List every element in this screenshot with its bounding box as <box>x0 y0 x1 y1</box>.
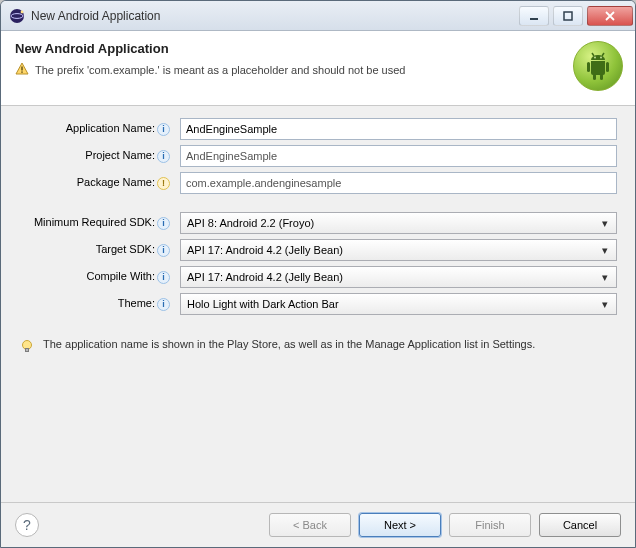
eclipse-icon <box>9 8 25 24</box>
chevron-down-icon: ▾ <box>597 298 612 311</box>
cancel-button[interactable]: Cancel <box>539 513 621 537</box>
info-icon: i <box>157 298 170 311</box>
svg-point-14 <box>600 57 602 59</box>
min-sdk-combo[interactable]: API 8: Android 2.2 (Froyo)▾ <box>180 212 617 234</box>
svg-rect-3 <box>530 18 538 20</box>
label-target-sdk: Target SDK:i <box>19 243 174 257</box>
project-name-input[interactable] <box>180 145 617 167</box>
dialog-window: New Android Application New Android Appl… <box>0 0 636 548</box>
row-theme: Theme:i Holo Light with Dark Action Bar▾ <box>19 293 617 315</box>
info-icon: i <box>157 244 170 257</box>
banner: New Android Application The prefix 'com.… <box>1 31 635 106</box>
close-button[interactable] <box>587 6 633 26</box>
compile-with-combo[interactable]: API 17: Android 4.2 (Jelly Bean)▾ <box>180 266 617 288</box>
finish-button[interactable]: Finish <box>449 513 531 537</box>
row-app-name: Application Name:i <box>19 118 617 140</box>
target-sdk-combo[interactable]: API 17: Android 4.2 (Jelly Bean)▾ <box>180 239 617 261</box>
svg-rect-7 <box>587 62 590 72</box>
maximize-button[interactable] <box>553 6 583 26</box>
row-compile-with: Compile With:i API 17: Android 4.2 (Jell… <box>19 266 617 288</box>
window-title: New Android Application <box>31 9 515 23</box>
chevron-down-icon: ▾ <box>597 244 612 257</box>
android-icon <box>573 41 623 91</box>
svg-line-12 <box>602 53 604 56</box>
dialog-body: New Android Application The prefix 'com.… <box>1 31 635 547</box>
label-app-name: Application Name:i <box>19 122 174 136</box>
minimize-button[interactable] <box>519 6 549 26</box>
svg-rect-6 <box>21 71 22 72</box>
banner-warning-text: The prefix 'com.example.' is meant as a … <box>35 64 405 76</box>
row-project-name: Project Name:i <box>19 145 617 167</box>
chevron-down-icon: ▾ <box>597 271 612 284</box>
hint-area: The application name is shown in the Pla… <box>1 326 635 366</box>
row-target-sdk: Target SDK:i API 17: Android 4.2 (Jelly … <box>19 239 617 261</box>
info-icon: i <box>157 123 170 136</box>
svg-point-13 <box>594 57 596 59</box>
svg-point-2 <box>21 10 24 13</box>
svg-rect-8 <box>606 62 609 72</box>
chevron-down-icon: ▾ <box>597 217 612 230</box>
page-title: New Android Application <box>15 41 573 56</box>
footer: ? < Back Next > Finish Cancel <box>1 502 635 547</box>
row-package-name: Package Name:! <box>19 172 617 194</box>
svg-line-11 <box>592 53 594 56</box>
svg-rect-10 <box>600 74 603 80</box>
label-min-sdk: Minimum Required SDK:i <box>19 216 174 230</box>
back-button[interactable]: < Back <box>269 513 351 537</box>
label-theme: Theme:i <box>19 297 174 311</box>
info-icon: i <box>157 271 170 284</box>
info-icon: i <box>157 217 170 230</box>
svg-rect-4 <box>564 12 572 20</box>
svg-rect-16 <box>26 349 29 352</box>
svg-rect-5 <box>21 67 22 71</box>
label-project-name: Project Name:i <box>19 149 174 163</box>
help-button[interactable]: ? <box>15 513 39 537</box>
form-area: Application Name:i Project Name:i Packag… <box>1 106 635 326</box>
titlebar: New Android Application <box>1 1 635 31</box>
info-icon: i <box>157 150 170 163</box>
row-min-sdk: Minimum Required SDK:i API 8: Android 2.… <box>19 212 617 234</box>
hint-text: The application name is shown in the Pla… <box>43 338 535 354</box>
lightbulb-icon <box>19 338 35 354</box>
label-package-name: Package Name:! <box>19 176 174 190</box>
label-compile-with: Compile With:i <box>19 270 174 284</box>
svg-rect-9 <box>593 74 596 80</box>
warning-icon <box>15 62 29 78</box>
warning-icon: ! <box>157 177 170 190</box>
theme-combo[interactable]: Holo Light with Dark Action Bar▾ <box>180 293 617 315</box>
application-name-input[interactable] <box>180 118 617 140</box>
package-name-input[interactable] <box>180 172 617 194</box>
window-controls <box>515 6 633 26</box>
next-button[interactable]: Next > <box>359 513 441 537</box>
